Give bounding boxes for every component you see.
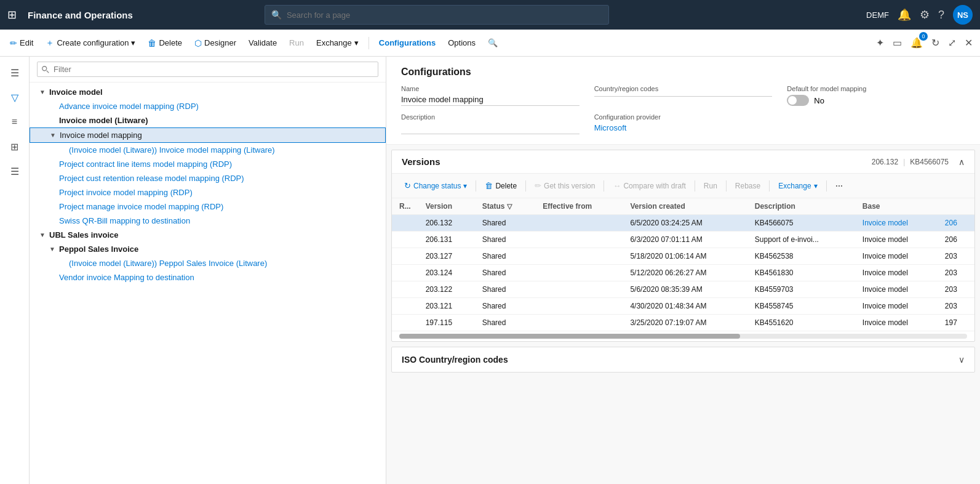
- create-configuration-button[interactable]: ＋ Create configuration ▾: [41, 35, 140, 51]
- default-mapping-toggle[interactable]: [787, 95, 809, 106]
- cell-version: 203.121: [418, 298, 475, 315]
- sidebar-icon-lines[interactable]: ☰: [4, 160, 26, 182]
- scrollbar-thumb[interactable]: [399, 334, 740, 339]
- versions-collapse-icon[interactable]: ∧: [958, 157, 965, 167]
- expand-icon[interactable]: ⤢: [946, 34, 958, 51]
- version-delete-label: Delete: [495, 182, 517, 190]
- create-dropdown-icon: ▾: [131, 38, 135, 47]
- table-row[interactable]: 203.127 Shared 5/18/2020 01:06:14 AM KB4…: [392, 248, 974, 265]
- tree-item-vendor-invoice[interactable]: Vendor invoice Mapping to destination: [30, 270, 386, 284]
- notification-icon[interactable]: 🔔: [898, 8, 911, 22]
- status-filter-icon[interactable]: ▽: [507, 203, 512, 210]
- ver-sep-4: [695, 180, 695, 192]
- provider-value[interactable]: Microsoft: [594, 123, 773, 132]
- sidebar-icon-list[interactable]: ≡: [4, 111, 26, 133]
- sidebar-icon-table[interactable]: ⊞: [4, 135, 26, 158]
- delete-button[interactable]: 🗑 Delete: [143, 36, 187, 50]
- col-header-version-created[interactable]: Version created: [623, 198, 747, 215]
- tree-item-project-cust[interactable]: Project cust retention release model map…: [30, 171, 386, 185]
- expand-icon-mapping: ▼: [50, 132, 60, 139]
- options-button[interactable]: Options: [443, 36, 480, 50]
- version-table-body: 206.132 Shared 6/5/2020 03:24:25 AM KB45…: [392, 215, 974, 331]
- tree-filter-input[interactable]: [37, 62, 378, 77]
- col-header-base[interactable]: Base: [855, 198, 938, 215]
- col-header-effective-from[interactable]: Effective from: [535, 198, 623, 215]
- close-icon[interactable]: ✕: [962, 34, 975, 51]
- get-this-version-button[interactable]: ✏ Get this version: [530, 179, 600, 193]
- panel-icon[interactable]: ▭: [890, 34, 904, 51]
- sidebar-icon-filter[interactable]: ▽: [4, 86, 26, 108]
- tree-item-project-invoice[interactable]: Project invoice model mapping (RDP): [30, 185, 386, 200]
- description-label: Description: [401, 113, 580, 121]
- run-button[interactable]: Run: [284, 36, 309, 50]
- validate-button[interactable]: Validate: [244, 36, 282, 50]
- pin-icon[interactable]: ✦: [874, 34, 886, 51]
- tree-label-ubl: UBL Sales invoice: [49, 230, 381, 240]
- cell-r: [392, 298, 418, 315]
- col-header-status[interactable]: Status ▽: [475, 198, 535, 215]
- avatar[interactable]: NS: [953, 5, 973, 25]
- country-value: [594, 95, 773, 97]
- iso-header[interactable]: ISO Country/region codes ∨: [392, 347, 974, 372]
- cell-base-num: 203: [938, 265, 974, 281]
- tree-item-invoice-model-litware[interactable]: Invoice model (Litware): [30, 113, 386, 127]
- tree-item-ubl-sales[interactable]: ▼ UBL Sales invoice: [30, 228, 386, 242]
- delete-label: Delete: [159, 38, 182, 47]
- col-header-description[interactable]: Description: [747, 198, 855, 215]
- cell-version-created: 6/3/2020 07:01:11 AM: [623, 232, 747, 248]
- search-bar[interactable]: 🔍: [265, 5, 609, 25]
- cell-status: Shared: [475, 248, 535, 265]
- sidebar-icon-menu[interactable]: ☰: [4, 62, 26, 84]
- cell-base: Invoice model: [855, 232, 938, 248]
- col-header-version[interactable]: Version: [418, 198, 475, 215]
- configurations-button[interactable]: Configurations: [374, 36, 440, 50]
- refresh-icon[interactable]: ↻: [929, 34, 942, 51]
- table-row[interactable]: 197.115 Shared 3/25/2020 07:19:07 AM KB4…: [392, 315, 974, 331]
- edit-button[interactable]: ✏ Edit: [5, 36, 38, 50]
- search-action-icon[interactable]: 🔍: [483, 36, 503, 50]
- tree-item-invoice-model-mapping[interactable]: ▼ Invoice model mapping: [30, 127, 386, 143]
- help-icon[interactable]: ?: [938, 9, 944, 22]
- configurations-section-title: Configurations: [401, 67, 965, 78]
- tree-item-invoice-model[interactable]: ▼ Invoice model: [30, 85, 386, 99]
- settings-icon[interactable]: ⚙: [920, 8, 930, 22]
- table-row[interactable]: 206.131 Shared 6/3/2020 07:01:11 AM Supp…: [392, 232, 974, 248]
- compare-draft-button[interactable]: ↔ Compare with draft: [608, 179, 690, 193]
- tree-item-peppol-litware[interactable]: (Invoice model (Litware)) Peppol Sales I…: [30, 256, 386, 270]
- tree-item-mapping-litware[interactable]: (Invoice model (Litware)) Invoice model …: [30, 143, 386, 157]
- designer-button[interactable]: ⬡ Designer: [189, 36, 241, 50]
- table-row[interactable]: 203.122 Shared 5/6/2020 08:35:39 AM KB45…: [392, 281, 974, 298]
- ver-sep-6: [769, 180, 770, 192]
- content-panel: Configurations Name Invoice model mappin…: [386, 57, 980, 484]
- badge-icon[interactable]: 🔔 0: [908, 34, 925, 51]
- search-input[interactable]: [287, 10, 602, 20]
- expand-icon-ubl: ▼: [39, 232, 49, 238]
- tree-item-project-manage[interactable]: Project manage invoice model mapping (RD…: [30, 200, 386, 214]
- table-row[interactable]: 203.121 Shared 4/30/2020 01:48:34 AM KB4…: [392, 298, 974, 315]
- version-exchange-label: Exchange: [778, 182, 811, 190]
- exchange-button[interactable]: Exchange ▾: [311, 36, 364, 50]
- tree-item-project-contract[interactable]: Project contract line items model mappin…: [30, 157, 386, 171]
- tree-item-advance-invoice[interactable]: Advance invoice model mapping (RDP): [30, 99, 386, 113]
- expand-icon-invoice-model: ▼: [39, 89, 49, 95]
- cell-description: KB4551620: [747, 315, 855, 331]
- rebase-button[interactable]: Rebase: [730, 179, 765, 193]
- tree-item-swiss-qr[interactable]: Swiss QR-Bill mapping to destination: [30, 214, 386, 228]
- more-button[interactable]: ⋯: [831, 179, 848, 193]
- change-status-button[interactable]: ↻ Change status ▾: [399, 179, 472, 193]
- scrollbar-track[interactable]: [399, 334, 967, 339]
- grid-menu-icon[interactable]: ⊞: [7, 8, 17, 22]
- cell-base: Invoice model: [855, 315, 938, 331]
- iso-expand-icon[interactable]: ∨: [958, 355, 965, 365]
- version-run-button[interactable]: Run: [699, 179, 722, 193]
- tree-item-peppol[interactable]: ▼ Peppol Sales Invoice: [30, 242, 386, 256]
- version-delete-button[interactable]: 🗑 Delete: [480, 179, 522, 193]
- cell-status: Shared: [475, 232, 535, 248]
- tree-panel: ▼ Invoice model Advance invoice model ma…: [30, 57, 386, 484]
- version-exchange-button[interactable]: Exchange ▾: [773, 179, 822, 193]
- table-row[interactable]: 206.132 Shared 6/5/2020 03:24:25 AM KB45…: [392, 215, 974, 232]
- version-toolbar: ↻ Change status ▾ 🗑 Delete ✏ Get this ve…: [392, 174, 974, 198]
- name-field-group: Name Invoice model mapping: [401, 85, 580, 106]
- table-row[interactable]: 203.124 Shared 5/12/2020 06:26:27 AM KB4…: [392, 265, 974, 281]
- name-value: Invoice model mapping: [401, 95, 580, 106]
